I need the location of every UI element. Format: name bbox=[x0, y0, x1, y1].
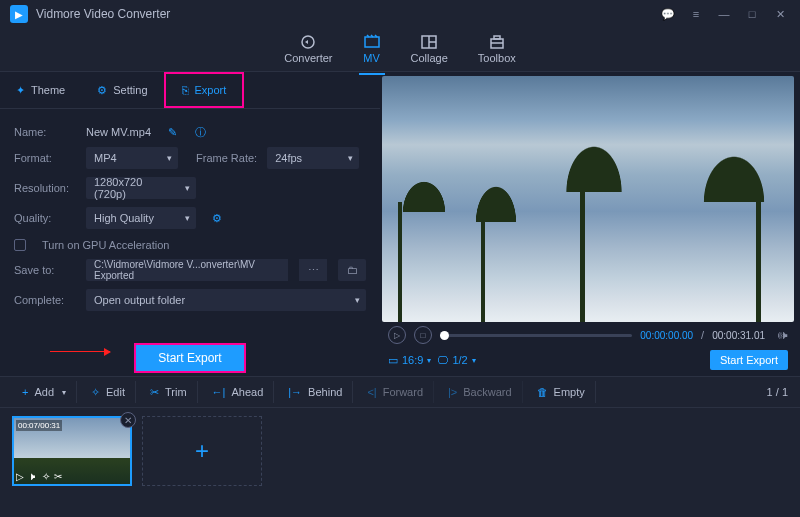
add-clip-slot[interactable]: + bbox=[142, 416, 262, 486]
tab-theme[interactable]: ✦Theme bbox=[0, 72, 81, 108]
resolution-label: Resolution: bbox=[14, 182, 76, 194]
chevron-down-icon: ▾ bbox=[472, 356, 476, 365]
svg-rect-6 bbox=[494, 36, 500, 39]
nav-converter[interactable]: Converter bbox=[284, 34, 332, 66]
behind-button[interactable]: |→Behind bbox=[278, 381, 353, 403]
tab-setting[interactable]: ⚙Setting bbox=[81, 72, 163, 108]
ahead-button[interactable]: ←|Ahead bbox=[202, 381, 275, 403]
play-button[interactable]: ▷ bbox=[388, 326, 406, 344]
thumb-trim-icon[interactable]: ✂ bbox=[54, 471, 62, 482]
collage-icon bbox=[420, 34, 438, 50]
edit-name-icon[interactable]: ✎ bbox=[165, 125, 179, 139]
tab-setting-label: Setting bbox=[113, 84, 147, 96]
complete-label: Complete: bbox=[14, 294, 76, 306]
mv-icon bbox=[363, 34, 381, 50]
page-count: 1 / 1 bbox=[767, 386, 788, 398]
tab-theme-label: Theme bbox=[31, 84, 65, 96]
nav-converter-label: Converter bbox=[284, 52, 332, 64]
complete-select[interactable]: Open output folder bbox=[86, 289, 366, 311]
backward-button[interactable]: |>Backward bbox=[438, 381, 523, 403]
remove-clip-icon[interactable]: ✕ bbox=[120, 412, 136, 428]
wand-icon: ✧ bbox=[91, 386, 100, 399]
time-current: 00:00:00.00 bbox=[640, 330, 693, 341]
toolbox-icon bbox=[488, 34, 506, 50]
theme-icon: ✦ bbox=[16, 84, 25, 97]
time-total: 00:00:31.01 bbox=[712, 330, 765, 341]
minimize-icon[interactable]: — bbox=[714, 4, 734, 24]
plus-icon: + bbox=[22, 386, 28, 398]
export-icon: ⎘ bbox=[182, 84, 189, 96]
maximize-icon[interactable]: □ bbox=[742, 4, 762, 24]
feedback-icon[interactable]: 💬 bbox=[658, 4, 678, 24]
volume-icon[interactable]: 🕪 bbox=[777, 329, 788, 341]
converter-icon bbox=[299, 34, 317, 50]
nav-mv[interactable]: MV bbox=[363, 34, 381, 66]
nav-collage[interactable]: Collage bbox=[411, 34, 448, 66]
quality-select[interactable]: High Quality bbox=[86, 207, 196, 229]
svg-rect-1 bbox=[365, 37, 379, 47]
nav-toolbox-label: Toolbox bbox=[478, 52, 516, 64]
trash-icon: 🗑 bbox=[537, 386, 548, 398]
framerate-select[interactable]: 24fps bbox=[267, 147, 359, 169]
monitor-icon: 🖵 bbox=[437, 354, 448, 366]
backward-icon: |> bbox=[448, 386, 457, 398]
annotation-arrow bbox=[50, 351, 110, 352]
clip-timecode: 00:07/00:31 bbox=[16, 420, 62, 431]
seek-bar[interactable] bbox=[440, 334, 632, 337]
aspect-icon: ▭ bbox=[388, 354, 398, 367]
thumb-mute-icon[interactable]: 🕨 bbox=[28, 471, 38, 482]
app-logo: ▶ bbox=[10, 5, 28, 23]
aspect-select[interactable]: ▭16:9▾ bbox=[388, 354, 431, 367]
forward-icon: <| bbox=[367, 386, 376, 398]
empty-button[interactable]: 🗑Empty bbox=[527, 381, 596, 403]
trim-button[interactable]: ✂Trim bbox=[140, 381, 198, 403]
info-icon[interactable]: ⓘ bbox=[193, 125, 207, 139]
add-button[interactable]: +Add▾ bbox=[12, 381, 77, 403]
saveto-path: C:\Vidmore\Vidmore V...onverter\MV Expor… bbox=[86, 259, 288, 281]
resolution-select[interactable]: 1280x720 (720p) bbox=[86, 177, 196, 199]
chevron-down-icon: ▾ bbox=[62, 388, 66, 397]
browse-path-button[interactable]: ⋯ bbox=[299, 259, 327, 281]
display-select[interactable]: 🖵1/2▾ bbox=[437, 354, 475, 366]
start-export-button[interactable]: Start Export bbox=[134, 343, 245, 373]
quality-label: Quality: bbox=[14, 212, 76, 224]
name-value: New MV.mp4 bbox=[86, 126, 151, 138]
tab-export-label: Export bbox=[195, 84, 227, 96]
behind-icon: |→ bbox=[288, 386, 302, 398]
chevron-down-icon: ▾ bbox=[427, 356, 431, 365]
nav-collage-label: Collage bbox=[411, 52, 448, 64]
tab-export[interactable]: ⎘Export bbox=[164, 72, 245, 108]
gear-icon: ⚙ bbox=[97, 84, 107, 97]
open-folder-icon[interactable]: 🗀 bbox=[338, 259, 366, 281]
gpu-checkbox[interactable] bbox=[14, 239, 26, 251]
nav-mv-label: MV bbox=[363, 52, 380, 64]
close-icon[interactable]: ✕ bbox=[770, 4, 790, 24]
quality-settings-icon[interactable]: ⚙ bbox=[210, 211, 224, 225]
framerate-label: Frame Rate: bbox=[196, 152, 257, 164]
start-export-button-2[interactable]: Start Export bbox=[710, 350, 788, 370]
menu-icon[interactable]: ≡ bbox=[686, 4, 706, 24]
name-label: Name: bbox=[14, 126, 76, 138]
format-select[interactable]: MP4 bbox=[86, 147, 178, 169]
seek-handle[interactable] bbox=[440, 331, 449, 340]
gpu-label: Turn on GPU Acceleration bbox=[42, 239, 169, 251]
video-preview bbox=[382, 76, 794, 322]
app-title: Vidmore Video Converter bbox=[36, 7, 170, 21]
format-label: Format: bbox=[14, 152, 76, 164]
stop-button[interactable]: □ bbox=[414, 326, 432, 344]
clip-thumbnail[interactable]: ✕ 00:07/00:31 ▷ 🕨 ✧ ✂ bbox=[12, 416, 132, 486]
thumb-play-icon[interactable]: ▷ bbox=[16, 471, 24, 482]
forward-button[interactable]: <|Forward bbox=[357, 381, 434, 403]
ahead-icon: ←| bbox=[212, 386, 226, 398]
thumb-edit-icon[interactable]: ✧ bbox=[42, 471, 50, 482]
nav-toolbox[interactable]: Toolbox bbox=[478, 34, 516, 66]
saveto-label: Save to: bbox=[14, 264, 76, 276]
scissors-icon: ✂ bbox=[150, 386, 159, 399]
edit-button[interactable]: ✧Edit bbox=[81, 381, 136, 403]
